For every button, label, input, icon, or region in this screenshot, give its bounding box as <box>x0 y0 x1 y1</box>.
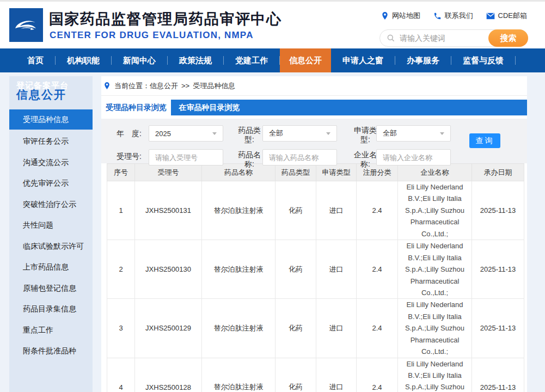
sidebar: 登记备案平台 信息公开 受理品种信息 审评任务公示 沟通交流公示 优先审评公示 … <box>9 76 93 392</box>
year-select[interactable]: 2025 <box>149 125 223 142</box>
phone-icon <box>433 12 442 20</box>
nav-item-applicant[interactable]: 申请人之窗 <box>331 48 395 72</box>
sidebar-title: 信息公开 <box>9 87 93 102</box>
cell-acceptance-no: JXHS2500129 <box>135 299 202 358</box>
col-header-acceptance-no: 受理号 <box>135 164 202 181</box>
search-button[interactable]: 搜索 <box>488 29 528 47</box>
table-header-row: 序号 受理号 药品名称 药品类型 申请类型 注册分类 企业名称 承办日期 <box>107 164 524 181</box>
chevron-down-icon <box>440 132 444 135</box>
sidebar-item-accepted-varieties[interactable]: 受理品种信息 <box>9 109 93 130</box>
cde-mail-label: CDE邮箱 <box>498 11 527 21</box>
cell-drug-type: 化药 <box>275 358 316 392</box>
cell-company: Eli Lilly Nederland B.V.;Eli Lilly Itali… <box>398 299 472 358</box>
sidebar-item-breakthrough-therapy[interactable]: 突破性治疗公示 <box>9 194 93 215</box>
cell-drug-type: 化药 <box>275 240 316 299</box>
cell-reg-class: 2.4 <box>357 299 398 358</box>
location-pin-icon <box>381 11 389 20</box>
cell-company: Eli Lilly Nederland B.V.;Eli Lilly Itali… <box>398 181 472 240</box>
tab-under-review-catalog[interactable]: 在审品种目录浏览 <box>171 100 248 115</box>
cell-index: 2 <box>107 240 135 299</box>
tab-bar: 受理品种目录浏览 在审品种目录浏览 <box>101 100 527 115</box>
cell-index: 1 <box>107 181 135 240</box>
sitemap-link[interactable]: 网站地图 <box>381 11 420 21</box>
cell-reg-class: 2.4 <box>357 181 398 240</box>
cell-apply-type: 进口 <box>316 181 357 240</box>
breadcrumb-prefix: 当前位置：信息公开 <box>114 81 178 91</box>
sidebar-item-common-issues[interactable]: 共性问题 <box>9 215 93 236</box>
year-select-value: 2025 <box>149 130 212 138</box>
acceptance-no-field[interactable] <box>149 150 223 165</box>
year-label: 年 度: <box>113 125 142 142</box>
cell-index: 4 <box>107 358 135 392</box>
sidebar-menu: 受理品种信息 审评任务公示 沟通交流公示 优先审评公示 突破性治疗公示 共性问题… <box>9 109 93 362</box>
nav-divider <box>515 56 516 65</box>
contact-link[interactable]: 联系我们 <box>433 11 473 21</box>
cell-apply-type: 进口 <box>316 240 357 299</box>
chevron-down-icon <box>212 132 217 135</box>
table-row: 4 JXHS2500128 替尔泊肽注射液 化药 进口 2.4 Eli Lill… <box>107 358 524 392</box>
search-icon <box>387 34 395 42</box>
query-button[interactable]: 查询 <box>469 133 500 148</box>
cell-reg-class: 2.4 <box>357 358 398 392</box>
nav-item-party[interactable]: 党建工作 <box>224 48 279 72</box>
company-name-field[interactable] <box>377 150 450 165</box>
sidebar-item-key-work[interactable]: 重点工作 <box>9 320 93 341</box>
drug-type-select-value: 全部 <box>263 128 326 138</box>
sidebar-item-priority-review[interactable]: 优先审评公示 <box>9 173 93 194</box>
sidebar-item-excipients-registration[interactable]: 原辅包登记信息 <box>9 278 93 299</box>
sidebar-item-marketed-drugs[interactable]: 上市药品信息 <box>9 256 93 278</box>
location-pin-icon <box>103 82 111 90</box>
mail-icon <box>486 13 495 20</box>
cell-company: Eli Lilly Nederland B.V.;Eli Lilly Itali… <box>398 240 472 299</box>
nav-item-policies[interactable]: 政策法规 <box>168 48 223 72</box>
site-title: 国家药品监督管理局药品审评中心 <box>49 9 282 29</box>
drug-name-label: 药品名称: <box>235 150 264 169</box>
acceptance-no-field-wrap <box>149 149 223 166</box>
content-panel: 当前位置：信息公开 >> 受理品种信息 受理品种目录浏览 在审品种目录浏览 年 … <box>101 76 527 392</box>
sidebar-item-clinical-trial-license[interactable]: 临床试验默示许可 <box>9 236 93 257</box>
col-header-drug-type: 药品类型 <box>275 164 316 181</box>
sidebar-item-review-tasks[interactable]: 审评任务公示 <box>9 131 93 152</box>
cell-date: 2025-11-13 <box>472 358 524 392</box>
cde-mail-link[interactable]: CDE邮箱 <box>486 11 527 21</box>
cell-date: 2025-11-13 <box>472 240 524 299</box>
drug-name-field[interactable] <box>263 150 336 165</box>
col-header-apply-type: 申请类型 <box>316 164 357 181</box>
sidebar-item-drug-catalog[interactable]: 药品目录集信息 <box>9 298 93 320</box>
company-name-label: 企业名称: <box>351 150 379 169</box>
nav-item-home[interactable]: 首页 <box>16 48 55 72</box>
drug-type-select[interactable]: 全部 <box>262 125 337 142</box>
cell-index: 3 <box>107 299 135 358</box>
cell-drug-type: 化药 <box>275 181 316 240</box>
site-search: 搜索 <box>379 29 528 47</box>
apply-type-select-value: 全部 <box>377 128 440 138</box>
cell-drug-type: 化药 <box>275 299 316 358</box>
apply-type-label: 申请类型: <box>351 126 379 144</box>
nav-item-supervision[interactable]: 监督与反馈 <box>451 48 515 72</box>
cell-drug-name: 替尔泊肽注射液 <box>202 181 275 240</box>
cell-acceptance-no: JXHS2500130 <box>135 240 202 299</box>
cell-drug-name: 替尔泊肽注射液 <box>202 240 275 299</box>
table-row: 3 JXHS2500129 替尔泊肽注射液 化药 进口 2.4 Eli Lill… <box>107 299 524 358</box>
chevron-down-icon <box>326 132 330 135</box>
nav-item-services[interactable]: 办事服务 <box>395 48 451 72</box>
nav-item-news[interactable]: 新闻中心 <box>112 48 167 72</box>
quick-links: 网站地图 联系我们 CDE邮箱 <box>381 11 527 21</box>
nav-item-functions[interactable]: 机构职能 <box>56 48 111 72</box>
nav-item-info-disclosure[interactable]: 信息公开 <box>280 48 331 72</box>
site-subtitle: CENTER FOR DRUG EVALUATION, NMPA <box>50 30 254 41</box>
tab-accepted-catalog[interactable]: 受理品种目录浏览 <box>101 100 171 115</box>
col-header-company: 企业名称 <box>398 164 472 181</box>
cell-drug-name: 替尔泊肽注射液 <box>202 299 275 358</box>
cde-logo <box>9 8 43 42</box>
site-header: 国家药品监督管理局药品审评中心 CENTER FOR DRUG EVALUATI… <box>0 2 545 48</box>
sidebar-item-conditional-approval[interactable]: 附条件批准品种 <box>9 340 93 362</box>
results-table: 序号 受理号 药品名称 药品类型 申请类型 注册分类 企业名称 承办日期 1 J… <box>107 163 524 392</box>
cell-drug-name: 替尔泊肽注射液 <box>202 358 275 392</box>
apply-type-select[interactable]: 全部 <box>376 125 451 142</box>
cell-reg-class: 2.4 <box>357 240 398 299</box>
main-nav: 首页 机构职能 新闻中心 政策法规 党建工作 信息公开 申请人之窗 办事服务 监… <box>0 48 545 72</box>
cell-apply-type: 进口 <box>316 299 357 358</box>
sidebar-item-communication[interactable]: 沟通交流公示 <box>9 152 93 173</box>
sitemap-label: 网站地图 <box>392 11 420 21</box>
